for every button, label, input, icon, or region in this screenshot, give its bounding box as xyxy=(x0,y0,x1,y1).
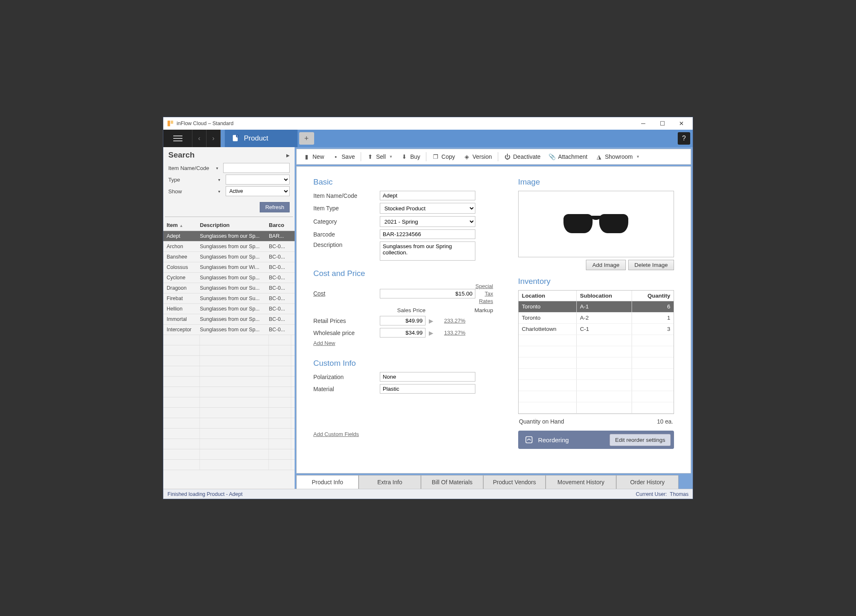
add-tab-button[interactable]: + xyxy=(299,132,314,145)
search-sidebar: Search ▸ Item Name/Code ▾ Type ▾ Show ▾ … xyxy=(163,147,296,489)
col-quantity[interactable]: Quantity xyxy=(632,291,674,301)
edit-reorder-button[interactable]: Edit reorder settings xyxy=(610,434,671,446)
filter-show-select[interactable]: Active xyxy=(226,186,290,196)
category-select[interactable]: 2021 - Spring xyxy=(380,216,475,227)
action-toolbar: ▮New ▪Save ⬆Sell▼ ⬇Buy ❐Copy ◈Version ⏻D… xyxy=(296,149,691,165)
product-image[interactable] xyxy=(518,191,674,257)
tab-movement[interactable]: Movement History xyxy=(546,475,616,489)
section-image: Image xyxy=(518,177,674,187)
list-item[interactable]: ArchonSunglasses from our Sp...BC-0... xyxy=(163,241,295,252)
material-input[interactable] xyxy=(380,384,475,394)
retail-markup-link[interactable]: 233.27% xyxy=(436,318,465,324)
hamburger-menu-button[interactable] xyxy=(163,130,192,147)
results-header[interactable]: Item▲ Description Barco xyxy=(163,219,295,231)
retail-label: Retail Prices xyxy=(313,318,380,324)
list-item-empty xyxy=(163,397,295,408)
close-button[interactable]: ✕ xyxy=(672,118,691,129)
list-item[interactable]: FirebatSunglasses from our Su...BC-0... xyxy=(163,293,295,304)
chevron-down-icon[interactable]: ▾ xyxy=(216,166,223,170)
list-item-empty xyxy=(163,366,295,377)
special-tax-link[interactable]: Special Tax Rates xyxy=(475,283,493,304)
polarization-label: Polarization xyxy=(313,374,380,380)
help-button[interactable]: ? xyxy=(678,132,690,145)
save-button[interactable]: ▪Save xyxy=(329,152,358,162)
barcode-input[interactable] xyxy=(380,229,475,239)
inventory-row-empty: ... xyxy=(519,335,674,346)
list-item-empty xyxy=(163,335,295,345)
list-item-empty xyxy=(163,449,295,460)
refresh-button[interactable]: Refresh xyxy=(260,202,290,212)
sell-button[interactable]: ⬆Sell▼ xyxy=(364,152,396,162)
item-type-label: Item Type xyxy=(313,205,380,212)
list-item[interactable]: ImmortalSunglasses from our Sp...BC-0... xyxy=(163,314,295,325)
barcode-label: Barcode xyxy=(313,231,380,238)
hamburger-icon xyxy=(173,136,182,141)
col-location[interactable]: Location xyxy=(519,291,577,301)
svg-rect-5 xyxy=(526,437,532,443)
chevron-down-icon[interactable]: ▾ xyxy=(218,189,226,194)
section-price: Cost and Price xyxy=(313,269,493,278)
tab-orders[interactable]: Order History xyxy=(616,475,679,489)
cost-input[interactable] xyxy=(380,289,475,298)
arrow-down-icon: ⬇ xyxy=(401,153,408,160)
add-price-link[interactable]: Add New xyxy=(313,340,335,346)
filter-type-select[interactable] xyxy=(226,175,290,185)
retail-input[interactable] xyxy=(380,316,426,325)
list-item[interactable]: DragoonSunglasses from our Su...BC-0... xyxy=(163,283,295,293)
version-button[interactable]: ◈Version xyxy=(460,152,495,162)
list-item-empty xyxy=(163,387,295,397)
tab-extra-info[interactable]: Extra Info xyxy=(359,475,421,489)
qoh-value: 10 ea. xyxy=(657,418,673,425)
filter-show-label: Show xyxy=(168,188,218,195)
new-button[interactable]: ▮New xyxy=(300,152,327,162)
wholesale-markup-link[interactable]: 133.27% xyxy=(436,330,465,336)
list-item[interactable]: AdeptSunglasses from our Sp...BAR... xyxy=(163,231,295,241)
list-item-empty xyxy=(163,460,295,470)
item-name-input[interactable] xyxy=(380,191,475,200)
col-sublocation[interactable]: Sublocation xyxy=(577,291,632,301)
collapse-sidebar-icon[interactable]: ▸ xyxy=(286,151,290,159)
filter-name-input[interactable] xyxy=(223,163,290,173)
list-item[interactable]: ColossusSunglasses from our Wi...BC-0... xyxy=(163,262,295,273)
tab-product-info[interactable]: Product Info xyxy=(296,475,359,489)
list-item[interactable]: HellionSunglasses from our Sp...BC-0... xyxy=(163,304,295,314)
list-item[interactable]: InterceptorSunglasses from our Sp...BC-0… xyxy=(163,325,295,335)
nav-forward-button[interactable]: › xyxy=(207,130,221,147)
wholesale-input[interactable] xyxy=(380,328,426,338)
maximize-button[interactable]: ☐ xyxy=(653,118,672,129)
nav-back-button[interactable]: ‹ xyxy=(192,130,207,147)
delete-image-button[interactable]: Delete Image xyxy=(628,260,674,270)
chevron-down-icon[interactable]: ▾ xyxy=(218,177,226,182)
status-message: Finished loading Product - Adept xyxy=(167,491,243,497)
add-custom-fields-link[interactable]: Add Custom Fields xyxy=(313,431,359,437)
inventory-row[interactable]: TorontoA-16 xyxy=(519,301,674,313)
tab-vendors[interactable]: Product Vendors xyxy=(483,475,546,489)
list-item[interactable]: BansheeSunglasses from our Sp...BC-0... xyxy=(163,252,295,262)
version-icon: ◈ xyxy=(463,153,470,160)
reorder-bar: Reordering Edit reorder settings xyxy=(518,431,674,449)
minimize-button[interactable]: ─ xyxy=(634,118,653,129)
polarization-input[interactable] xyxy=(380,372,475,382)
section-basic: Basic xyxy=(313,177,493,187)
list-item[interactable]: CycloneSunglasses from our Sp...BC-0... xyxy=(163,273,295,283)
inventory-row[interactable]: CharlottetownC-13 xyxy=(519,324,674,335)
copy-button[interactable]: ❐Copy xyxy=(429,152,458,162)
cost-label[interactable]: Cost xyxy=(313,290,380,297)
tab-bom[interactable]: Bill Of Materials xyxy=(421,475,483,489)
current-user-value: Thomas xyxy=(670,491,689,497)
sort-asc-icon: ▲ xyxy=(180,224,183,228)
description-label: Description xyxy=(313,241,380,248)
item-type-select[interactable]: Stocked Product xyxy=(380,203,475,214)
section-inventory: Inventory xyxy=(518,277,674,286)
buy-button[interactable]: ⬇Buy xyxy=(398,152,423,162)
attachment-button[interactable]: 📎Attachment xyxy=(546,152,591,162)
triangle-right-icon: ▶ xyxy=(426,318,436,324)
tab-product[interactable]: + Product xyxy=(225,130,298,147)
app-logo-icon xyxy=(167,120,174,127)
inventory-row[interactable]: TorontoA-21 xyxy=(519,313,674,324)
add-image-button[interactable]: Add Image xyxy=(586,260,625,270)
svg-rect-0 xyxy=(167,121,170,126)
description-input[interactable] xyxy=(380,241,475,261)
showroom-button[interactable]: ◮Showroom▼ xyxy=(593,152,643,162)
deactivate-button[interactable]: ⏻Deactivate xyxy=(501,152,544,162)
